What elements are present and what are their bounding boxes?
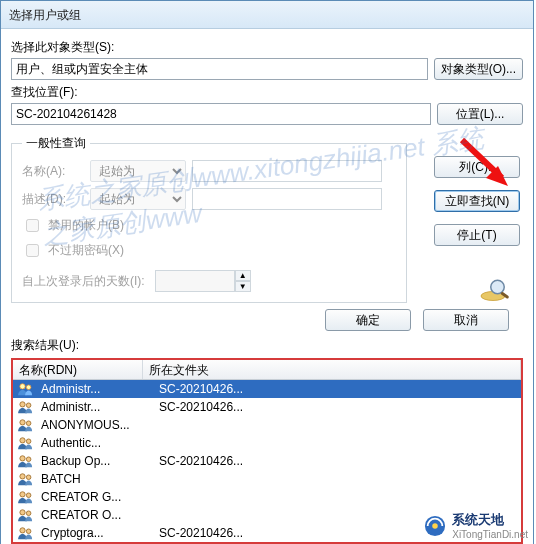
- brand-name: 系统天地: [452, 512, 504, 527]
- users-icon: [17, 418, 35, 432]
- cell-name: Backup Op...: [41, 452, 153, 470]
- col-header-name[interactable]: 名称(RDN): [13, 360, 143, 379]
- svg-point-14: [20, 510, 25, 515]
- svg-point-16: [20, 528, 25, 533]
- svg-point-1: [26, 385, 31, 390]
- svg-point-5: [26, 421, 31, 426]
- side-button-column: 列(C).. 立即查找(N) 停止(T): [434, 156, 520, 246]
- search-illustration-icon: [478, 276, 514, 304]
- results-header: 名称(RDN) 所在文件夹: [13, 360, 521, 380]
- find-now-button[interactable]: 立即查找(N): [434, 190, 520, 212]
- cell-name: Administr...: [41, 398, 153, 416]
- svg-point-4: [20, 420, 25, 425]
- cell-location: SC-20210426...: [159, 380, 521, 398]
- desc-value-input[interactable]: [192, 188, 382, 210]
- disabled-accounts-label: 禁用的帐户(B): [48, 217, 124, 234]
- dialog-body: 选择此对象类型(S): 对象类型(O)... 查找位置(F): 位置(L)...…: [1, 29, 533, 544]
- desc-label: 描述(D):: [22, 191, 84, 208]
- locations-button[interactable]: 位置(L)...: [437, 103, 523, 125]
- common-query-legend: 一般性查询: [22, 135, 90, 152]
- last-logon-spinner[interactable]: ▲ ▼: [155, 270, 251, 292]
- last-logon-label: 自上次登录后的天数(I):: [22, 273, 145, 290]
- stop-button[interactable]: 停止(T): [434, 224, 520, 246]
- users-icon: [17, 490, 35, 504]
- svg-point-2: [20, 402, 25, 407]
- object-types-button[interactable]: 对象类型(O)...: [434, 58, 523, 80]
- svg-point-19: [491, 280, 505, 294]
- ok-button[interactable]: 确定: [325, 309, 411, 331]
- svg-point-13: [26, 493, 31, 498]
- col-header-location[interactable]: 所在文件夹: [143, 360, 521, 379]
- users-icon: [17, 472, 35, 486]
- svg-point-7: [26, 439, 31, 444]
- cell-name: Administr...: [41, 380, 153, 398]
- svg-point-17: [26, 529, 31, 534]
- svg-point-3: [26, 403, 31, 408]
- footer-brand: 系统天地 XiTongTianDi.net: [424, 511, 528, 540]
- svg-point-10: [20, 474, 25, 479]
- cell-name: BATCH: [41, 470, 153, 488]
- table-row[interactable]: BATCH: [13, 470, 521, 488]
- table-row[interactable]: Administr...SC-20210426...: [13, 380, 521, 398]
- cell-name: CREATOR O...: [41, 506, 153, 524]
- spin-down-button[interactable]: ▼: [235, 281, 251, 292]
- titlebar: 选择用户或组: [1, 1, 533, 29]
- svg-point-0: [20, 384, 25, 389]
- spin-up-button[interactable]: ▲: [235, 270, 251, 281]
- table-row[interactable]: CREATOR G...: [13, 488, 521, 506]
- cell-name: ANONYMOUS...: [41, 416, 153, 434]
- no-expire-label: 不过期密码(X): [48, 242, 124, 259]
- table-row[interactable]: Administr...SC-20210426...: [13, 398, 521, 416]
- results-label: 搜索结果(U):: [11, 337, 523, 354]
- users-icon: [17, 436, 35, 450]
- users-icon: [17, 508, 35, 522]
- dialog-window: 选择用户或组 选择此对象类型(S): 对象类型(O)... 查找位置(F): 位…: [0, 0, 534, 544]
- cell-name: Cryptogra...: [41, 524, 153, 542]
- users-icon: [17, 400, 35, 414]
- table-row[interactable]: ANONYMOUS...: [13, 416, 521, 434]
- name-label: 名称(A):: [22, 163, 84, 180]
- svg-point-12: [20, 492, 25, 497]
- name-mode-select[interactable]: 起始为: [90, 160, 186, 182]
- table-row[interactable]: Authentic...: [13, 434, 521, 452]
- cell-location: SC-20210426...: [159, 398, 521, 416]
- window-title: 选择用户或组: [9, 8, 81, 22]
- desc-mode-select[interactable]: 起始为: [90, 188, 186, 210]
- brand-url: XiTongTianDi.net: [452, 529, 528, 540]
- svg-point-11: [26, 475, 31, 480]
- common-query-group: 一般性查询 名称(A): 起始为 描述(D): 起始为 禁用的帐户(B): [11, 135, 407, 303]
- name-value-input[interactable]: [192, 160, 382, 182]
- users-icon: [17, 382, 35, 396]
- location-label: 查找位置(F):: [11, 85, 78, 99]
- svg-point-15: [26, 511, 31, 516]
- svg-point-22: [432, 523, 438, 529]
- svg-point-8: [20, 456, 25, 461]
- object-type-label: 选择此对象类型(S):: [11, 40, 114, 54]
- users-icon: [17, 454, 35, 468]
- object-type-field[interactable]: [11, 58, 428, 80]
- columns-button[interactable]: 列(C)..: [434, 156, 520, 178]
- cell-name: Authentic...: [41, 434, 153, 452]
- no-expire-checkbox[interactable]: [26, 244, 39, 257]
- cancel-button[interactable]: 取消: [423, 309, 509, 331]
- table-row[interactable]: Backup Op...SC-20210426...: [13, 452, 521, 470]
- cell-name: CREATOR G...: [41, 488, 153, 506]
- svg-point-9: [26, 457, 31, 462]
- location-field[interactable]: [11, 103, 431, 125]
- svg-point-6: [20, 438, 25, 443]
- users-icon: [17, 526, 35, 540]
- disabled-accounts-checkbox[interactable]: [26, 219, 39, 232]
- brand-logo-icon: [424, 515, 446, 537]
- brand-text: 系统天地 XiTongTianDi.net: [452, 511, 528, 540]
- cell-location: SC-20210426...: [159, 452, 521, 470]
